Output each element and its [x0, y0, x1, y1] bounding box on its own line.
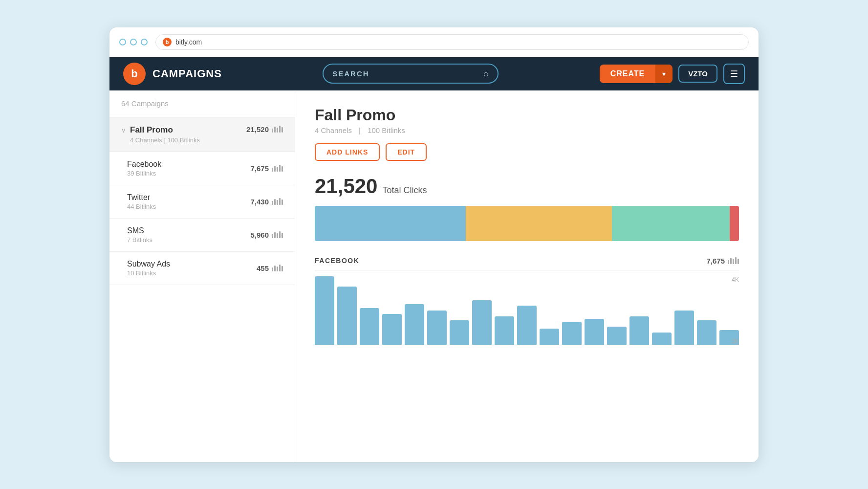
- chart-bar: [382, 314, 402, 345]
- search-input[interactable]: [332, 69, 478, 78]
- detail-title: Fall Promo: [315, 106, 739, 124]
- channel-stats-icon: [728, 257, 739, 264]
- campaign-name: Fall Promo: [130, 125, 200, 135]
- browser-dot-2[interactable]: [130, 39, 137, 45]
- channel-item[interactable]: SMS 7 Bitlinks 5,960: [109, 219, 295, 252]
- chart-bar: [472, 300, 492, 345]
- chart-bar: [337, 287, 357, 345]
- sidebar-header: 64 Campaigns: [109, 90, 295, 117]
- chart-bar: [674, 311, 694, 344]
- stacked-bar: [315, 206, 739, 241]
- menu-button[interactable]: ☰: [723, 64, 745, 84]
- detail-meta: 4 Channels | 100 Bitlinks: [315, 126, 739, 134]
- search-icon: ⌕: [483, 68, 489, 79]
- chart-bar: [495, 316, 514, 345]
- campaigns-count: 64 Campaigns: [121, 99, 169, 108]
- bar-chart: 4K 2K: [315, 276, 739, 345]
- sidebar: 64 Campaigns ∨ Fall Promo 4 Channels | 1…: [109, 90, 295, 462]
- chart-bar: [450, 320, 469, 344]
- browser-dot-1[interactable]: [119, 39, 126, 45]
- address-bar[interactable]: b bitly.com: [155, 34, 749, 50]
- logo-area: b CAMPAIGNS: [123, 63, 222, 85]
- stats-bar-icon: [272, 126, 283, 133]
- channel-meta: 10 Bitlinks: [127, 269, 170, 277]
- channel-name: Subway Ads: [127, 260, 170, 268]
- channel-stats: 7,675: [250, 164, 283, 173]
- total-clicks-section: 21,520 Total Clicks: [315, 175, 739, 198]
- action-buttons: ADD LINKS EDIT: [315, 143, 739, 161]
- bar-chart-labels: 4K 2K: [732, 276, 739, 345]
- create-btn-group: CREATE ▾: [600, 65, 673, 83]
- chevron-down-icon: ∨: [121, 127, 126, 134]
- main-content: Fall Promo 4 Channels | 100 Bitlinks ADD…: [295, 90, 759, 462]
- chart-bar: [652, 333, 672, 345]
- create-button[interactable]: CREATE: [600, 65, 656, 83]
- channel-bar-icon: [272, 265, 283, 271]
- chart-bar: [607, 327, 627, 344]
- channel-bar-icon: [272, 198, 283, 205]
- chart-bar: [585, 319, 604, 345]
- chart-bar: [629, 316, 649, 345]
- channel-meta: 7 Bitlinks: [127, 236, 152, 244]
- app-header: b CAMPAIGNS ⌕ CREATE ▾ VZTO ☰: [109, 57, 759, 90]
- address-text: bitly.com: [175, 38, 202, 46]
- create-dropdown-button[interactable]: ▾: [655, 65, 673, 83]
- favicon: b: [163, 38, 172, 46]
- chart-bar: [405, 304, 424, 344]
- total-clicks-label: Total Clicks: [382, 185, 427, 196]
- channel-meta: 44 Bitlinks: [127, 203, 156, 210]
- channel-name: Twitter: [127, 193, 156, 202]
- browser-window: b bitly.com b CAMPAIGNS ⌕ CREATE ▾ VZTO …: [109, 27, 759, 463]
- channel-bar-icon: [272, 231, 283, 238]
- search-area: ⌕: [234, 64, 588, 84]
- bar-label-4k: 4K: [732, 276, 739, 283]
- channel-stats: 5,960: [250, 231, 283, 239]
- channel-item[interactable]: Twitter 44 Bitlinks 7,430: [109, 185, 295, 219]
- bar-segment: [730, 206, 739, 241]
- channel-stats: 7,430: [250, 198, 283, 206]
- channel-section-count: 7,675: [706, 257, 739, 265]
- chart-bar: [517, 306, 537, 344]
- chart-bar: [427, 311, 447, 344]
- channel-list: Facebook 39 Bitlinks 7,675 Twitter 44 Bi…: [109, 152, 295, 285]
- campaign-item-fall-promo[interactable]: ∨ Fall Promo 4 Channels | 100 Bitlinks 2…: [109, 117, 295, 152]
- channel-item[interactable]: Facebook 39 Bitlinks 7,675: [109, 152, 295, 185]
- edit-button[interactable]: EDIT: [386, 143, 427, 161]
- browser-dot-3[interactable]: [141, 39, 148, 45]
- bar-segment: [315, 206, 466, 241]
- channel-item[interactable]: Subway Ads 10 Bitlinks 455: [109, 252, 295, 285]
- content-area: 64 Campaigns ∨ Fall Promo 4 Channels | 1…: [109, 90, 759, 462]
- facebook-section: FACEBOOK 7,675 4K: [315, 257, 739, 345]
- bar-segment: [466, 206, 612, 241]
- chart-bar: [562, 322, 582, 344]
- campaign-meta: 4 Channels | 100 Bitlinks: [130, 136, 200, 144]
- channel-name: SMS: [127, 226, 152, 235]
- channel-section-header: FACEBOOK 7,675: [315, 257, 739, 270]
- channel-section-name: FACEBOOK: [315, 257, 359, 265]
- channel-stats: 455: [257, 264, 283, 272]
- header-actions: CREATE ▾ VZTO ☰: [600, 64, 745, 84]
- browser-dots: [119, 39, 148, 45]
- channel-bar-icon: [272, 165, 283, 172]
- app-title: CAMPAIGNS: [152, 67, 222, 80]
- total-clicks-number: 21,520: [315, 175, 377, 198]
- chart-bar: [360, 308, 379, 344]
- browser-chrome: b bitly.com: [109, 27, 759, 57]
- logo-icon: b: [123, 63, 146, 85]
- bar-segment: [612, 206, 729, 241]
- chart-bar: [697, 320, 716, 344]
- channel-meta: 39 Bitlinks: [127, 170, 161, 177]
- add-links-button[interactable]: ADD LINKS: [315, 143, 380, 161]
- user-button[interactable]: VZTO: [678, 65, 717, 83]
- bar-label-2k: 2K: [732, 338, 739, 345]
- campaign-stats: 21,520: [246, 125, 283, 133]
- chart-bar: [315, 276, 334, 345]
- search-box[interactable]: ⌕: [323, 64, 499, 84]
- chart-bar: [540, 329, 559, 345]
- channel-name: Facebook: [127, 160, 161, 169]
